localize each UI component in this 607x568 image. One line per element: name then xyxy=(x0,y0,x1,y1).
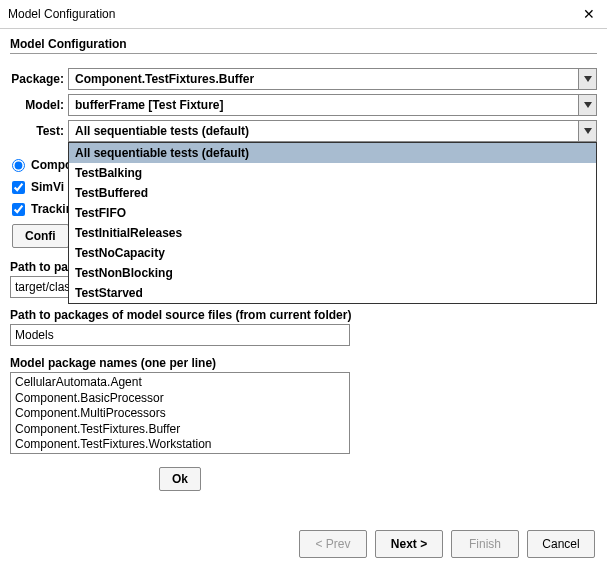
sources-input[interactable] xyxy=(10,324,350,346)
packages-label: Model package names (one per line) xyxy=(10,356,597,370)
dropdown-item[interactable]: TestNoCapacity xyxy=(69,243,596,263)
finish-button: Finish xyxy=(451,530,519,558)
dropdown-item[interactable]: TestNonBlocking xyxy=(69,263,596,283)
test-row: Test: All sequentiable tests (default) A… xyxy=(10,120,597,142)
close-icon[interactable]: ✕ xyxy=(579,6,599,22)
cancel-button[interactable]: Cancel xyxy=(527,530,595,558)
ok-row: Ok xyxy=(10,467,350,491)
model-label: Model: xyxy=(10,98,68,112)
packages-textarea[interactable] xyxy=(10,372,350,454)
simview-label: SimVi xyxy=(31,180,64,194)
package-row: Package: Component.TestFixtures.Buffer xyxy=(10,68,597,90)
component-radio[interactable] xyxy=(12,159,25,172)
package-value: Component.TestFixtures.Buffer xyxy=(69,69,578,89)
package-combo[interactable]: Component.TestFixtures.Buffer xyxy=(68,68,597,90)
ok-button[interactable]: Ok xyxy=(159,467,201,491)
wizard-buttons: < Prev Next > Finish Cancel xyxy=(299,530,595,558)
chevron-down-icon[interactable] xyxy=(578,95,596,115)
test-value: All sequentiable tests (default) xyxy=(69,121,578,141)
component-label: Compo xyxy=(31,158,72,172)
test-dropdown: All sequentiable tests (default) TestBal… xyxy=(68,142,597,304)
chevron-down-icon[interactable] xyxy=(578,121,596,141)
test-combo[interactable]: All sequentiable tests (default) xyxy=(68,120,597,142)
dropdown-item[interactable]: All sequentiable tests (default) xyxy=(69,143,596,163)
prev-button: < Prev xyxy=(299,530,367,558)
model-value: bufferFrame [Test Fixture] xyxy=(69,95,578,115)
section-header: Model Configuration xyxy=(10,37,597,51)
divider xyxy=(10,53,597,54)
model-combo[interactable]: bufferFrame [Test Fixture] xyxy=(68,94,597,116)
chevron-down-icon[interactable] xyxy=(578,69,596,89)
simview-checkbox[interactable] xyxy=(12,181,25,194)
tracking-checkbox[interactable] xyxy=(12,203,25,216)
tracking-label: Trackin xyxy=(31,202,73,216)
next-button[interactable]: Next > xyxy=(375,530,443,558)
dropdown-item[interactable]: TestInitialReleases xyxy=(69,223,596,243)
dropdown-item[interactable]: TestStarved xyxy=(69,283,596,303)
dropdown-item[interactable]: TestFIFO xyxy=(69,203,596,223)
configure-button[interactable]: Confi xyxy=(12,224,69,248)
titlebar: Model Configuration ✕ xyxy=(0,0,607,29)
content-area: Model Configuration Package: Component.T… xyxy=(0,29,607,499)
dropdown-item[interactable]: TestBuffered xyxy=(69,183,596,203)
package-label: Package: xyxy=(10,72,68,86)
sources-label: Path to packages of model source files (… xyxy=(10,308,597,322)
sources-block: Path to packages of model source files (… xyxy=(10,308,597,346)
model-row: Model: bufferFrame [Test Fixture] xyxy=(10,94,597,116)
dropdown-item[interactable]: TestBalking xyxy=(69,163,596,183)
packages-block: Model package names (one per line) xyxy=(10,356,597,457)
window-title: Model Configuration xyxy=(8,7,115,21)
test-label: Test: xyxy=(10,124,68,138)
